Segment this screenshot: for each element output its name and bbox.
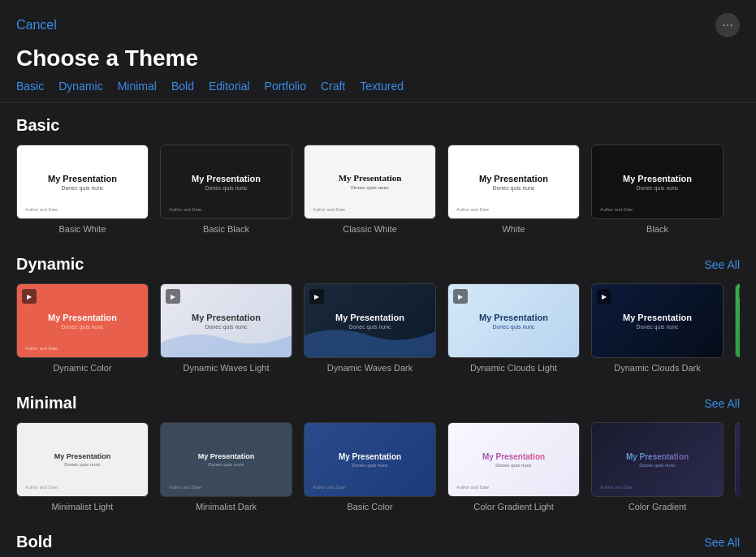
thumb-title: My Presentation	[48, 174, 117, 184]
thumb-author: Author and Date	[313, 207, 345, 212]
theme-color-gradient-thumb: My Presentation Donec quis nunc Author a…	[591, 422, 724, 497]
theme-dynamic-waves-light-label: Dynamic Waves Light	[184, 363, 270, 373]
thumb-author: Author and Date	[25, 346, 58, 351]
theme-dynamic-waves-dark-thumb: ▶ My Presentation Donec quis nunc	[304, 283, 436, 358]
theme-black[interactable]: My Presentation Donec quis nunc Author a…	[591, 145, 724, 234]
tab-bar: Basic Dynamic Minimal Bold Editorial Por…	[0, 80, 756, 103]
thumb-subtitle: Donec quis nunc	[482, 463, 545, 468]
section-basic: Basic My Presentation Donec quis nunc Au…	[0, 103, 756, 242]
more-options-button[interactable]: ···	[715, 13, 740, 37]
section-minimal-title: Minimal	[16, 394, 76, 412]
theme-basic-white-label: Basic White	[58, 224, 106, 234]
theme-dynamic-waves-light-thumb: ▶ My Presentation Donec quis nunc	[160, 283, 292, 358]
thumb-title: My Presentation	[339, 173, 402, 183]
play-badge-overflow: ▶	[739, 287, 740, 299]
header: Cancel ···	[0, 0, 756, 42]
thumb-title: My Presentation	[192, 174, 261, 184]
thumb-author: Author and Date	[313, 485, 345, 490]
thumb-author: Author and Date	[25, 207, 58, 212]
theme-classic-white-thumb: My Presentation Donec quis nunc Author a…	[304, 145, 436, 219]
thumb-author: Author and Date	[456, 207, 489, 212]
play-badge-dynamic-color: ▶	[22, 289, 37, 304]
thumb-subtitle: Donec quis nunc	[54, 462, 111, 467]
thumb-subtitle: Donec quis nunc	[626, 463, 689, 468]
theme-minimalist-light-label: Minimalist Light	[52, 502, 114, 512]
theme-dynamic-clouds-light-label: Dynamic Clouds Light	[470, 363, 557, 373]
dynamic-themes-row: ▶ My Presentation Donec quis nunc Author…	[16, 283, 740, 373]
theme-color-gradient[interactable]: My Presentation Donec quis nunc Author a…	[591, 422, 724, 512]
thumb-title: My Presentation	[623, 174, 692, 184]
wave-shape-dark	[305, 321, 435, 357]
thumb-author: Author and Date	[600, 207, 633, 212]
tab-craft[interactable]: Craft	[321, 80, 345, 93]
theme-white-thumb: My Presentation Donec quis nunc Author a…	[447, 145, 580, 219]
bold-see-all-button[interactable]: See All	[704, 536, 740, 549]
thumb-title: My Presentation	[339, 452, 401, 461]
theme-dynamic-color[interactable]: ▶ My Presentation Donec quis nunc Author…	[16, 283, 149, 373]
section-minimal: Minimal See All My Presentation Donec qu…	[0, 381, 756, 520]
tab-dynamic[interactable]: Dynamic	[58, 80, 102, 93]
play-badge-clouds-dark: ▶	[597, 289, 611, 304]
section-dynamic-header: Dynamic See All	[16, 255, 740, 274]
theme-minimalist-dark-label: Minimalist Dark	[196, 502, 257, 512]
cancel-button[interactable]: Cancel	[16, 18, 57, 32]
theme-dynamic-waves-dark-label: Dynamic Waves Dark	[327, 363, 413, 373]
thumb-subtitle: Donec quis nunc	[339, 184, 402, 191]
basic-themes-row: My Presentation Donec quis nunc Author a…	[16, 145, 740, 234]
play-badge-clouds-light: ▶	[453, 289, 468, 304]
tab-editorial[interactable]: Editorial	[209, 80, 250, 93]
theme-dynamic-waves-light[interactable]: ▶ My Presentation Donec quis nunc Dynami…	[160, 283, 292, 373]
theme-minimalist-light[interactable]: My Presentation Donec quis nunc Author a…	[16, 422, 149, 512]
theme-dynamic-clouds-light-thumb: ▶ My Presentation Donec quis nunc	[447, 283, 580, 358]
tab-minimal[interactable]: Minimal	[118, 80, 157, 93]
play-badge-waves-dark: ▶	[309, 289, 324, 304]
theme-dynamic-overflow: ▶	[735, 283, 740, 358]
tab-textured[interactable]: Textured	[360, 80, 404, 93]
more-icon: ···	[722, 18, 732, 32]
theme-dynamic-clouds-dark-thumb: ▶ My Presentation Donec quis nunc	[591, 283, 724, 358]
thumb-subtitle: Donec quis nunc	[479, 185, 548, 191]
thumb-author: Author and Date	[169, 207, 201, 212]
thumb-subtitle: Donec quis nunc	[339, 463, 401, 468]
theme-classic-white-label: Classic White	[343, 224, 397, 234]
theme-dynamic-clouds-dark-label: Dynamic Clouds Dark	[614, 363, 700, 373]
theme-dynamic-clouds-dark[interactable]: ▶ My Presentation Donec quis nunc Dynami…	[591, 283, 724, 373]
theme-basic-white[interactable]: My Presentation Donec quis nunc Author a…	[16, 145, 149, 234]
minimal-see-all-button[interactable]: See All	[704, 397, 740, 410]
theme-color-gradient-label: Color Gradient	[629, 502, 687, 512]
section-basic-title: Basic	[16, 116, 59, 135]
minimal-themes-row: My Presentation Donec quis nunc Author a…	[16, 422, 740, 512]
theme-basic-color-label: Basic Color	[347, 502, 392, 512]
theme-white[interactable]: My Presentation Donec quis nunc Author a…	[447, 145, 580, 234]
thumb-title: My Presentation	[479, 313, 548, 322]
theme-basic-black[interactable]: My Presentation Donec quis nunc Author a…	[160, 145, 292, 234]
thumb-subtitle: Donec quis nunc	[192, 185, 261, 191]
theme-dynamic-clouds-light[interactable]: ▶ My Presentation Donec quis nunc Dynami…	[447, 283, 580, 373]
section-dynamic: Dynamic See All ▶ My Presentation Donec …	[0, 242, 756, 381]
theme-basic-white-thumb: My Presentation Donec quis nunc Author a…	[16, 145, 149, 219]
dynamic-see-all-button[interactable]: See All	[704, 258, 740, 271]
content-area: Basic My Presentation Donec quis nunc Au…	[0, 103, 756, 557]
section-minimal-header: Minimal See All	[16, 394, 740, 412]
section-bold-title: Bold	[16, 533, 52, 551]
theme-basic-color-thumb: My Presentation Donec quis nunc Author a…	[304, 422, 436, 497]
theme-color-gradient-light[interactable]: My Presentation Donec quis nunc Author a…	[447, 422, 580, 512]
tab-bold[interactable]: Bold	[171, 80, 194, 93]
tab-portfolio[interactable]: Portfolio	[265, 80, 306, 93]
theme-minimalist-dark[interactable]: My Presentation Donec quis nunc Author a…	[160, 422, 292, 512]
theme-dynamic-waves-dark[interactable]: ▶ My Presentation Donec quis nunc Dynami…	[304, 283, 436, 373]
theme-basic-color[interactable]: My Presentation Donec quis nunc Author a…	[304, 422, 436, 512]
section-bold: Bold See All 👩‍🦱 MY PRESENTATION Bold 1 …	[0, 520, 756, 557]
thumb-author: Author and Date	[456, 485, 489, 490]
tab-basic[interactable]: Basic	[16, 80, 44, 93]
thumb-title: My Presentation	[198, 452, 255, 460]
thumb-subtitle: Donec quis nunc	[48, 185, 117, 191]
theme-color-gradient-light-thumb: My Presentation Donec quis nunc Author a…	[447, 422, 580, 497]
thumb-title: My Presentation	[479, 174, 548, 184]
wave-shape-light	[161, 321, 292, 357]
theme-classic-white[interactable]: My Presentation Donec quis nunc Author a…	[304, 145, 436, 234]
thumb-subtitle: Donec quis nunc	[623, 185, 692, 191]
theme-basic-black-thumb: My Presentation Donec quis nunc Author a…	[160, 145, 292, 219]
thumb-subtitle: Donec quis nunc	[623, 324, 692, 330]
theme-white-label: White	[502, 224, 525, 234]
